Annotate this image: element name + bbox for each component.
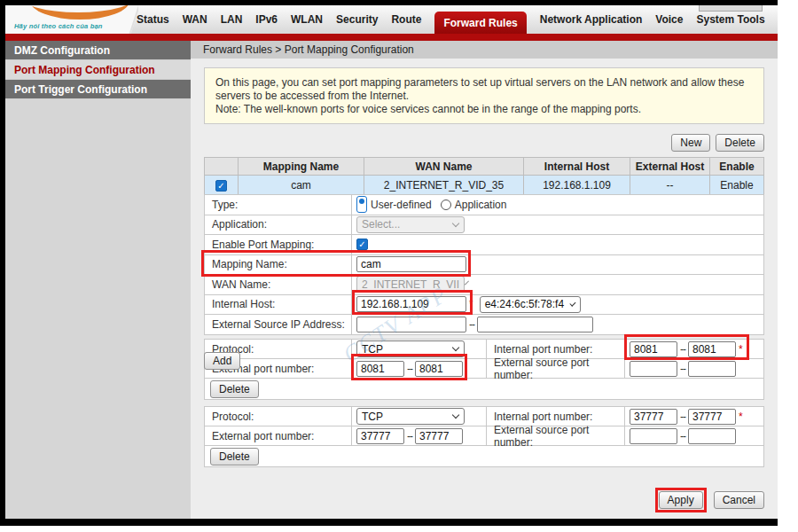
type-label: Type: <box>205 195 352 215</box>
range-dash: -- <box>680 363 685 375</box>
internal-port-to-input[interactable] <box>688 341 736 357</box>
range-dash: -- <box>407 430 412 442</box>
nav-network-application[interactable]: Network Application <box>540 13 643 26</box>
chevron-down-icon <box>452 411 459 419</box>
range-dash: -- <box>680 430 685 442</box>
external-port-to-input[interactable] <box>415 428 463 444</box>
internal-host-input[interactable] <box>356 296 466 312</box>
protocol-select[interactable]: TCP <box>356 408 465 425</box>
form-actions: Apply Cancel <box>204 488 764 512</box>
external-source-port-from-input[interactable] <box>630 361 677 377</box>
scrollbar-fragment <box>699 5 763 12</box>
row-enable: Enable <box>710 176 763 195</box>
top-header: Hãy nói theo cách của bạn Status WAN LAN… <box>5 5 778 34</box>
brand-logo: Hãy nói theo cách của bạn <box>5 5 138 34</box>
mac-address-select[interactable]: e4:24:6c:5f:78:f4 <box>480 296 581 313</box>
sidebar: DMZ Configuration Port Mapping Configura… <box>5 41 191 519</box>
page-description: On this page, you can set port mapping p… <box>204 67 764 124</box>
row-internal-host: 192.168.1.109 <box>524 176 630 195</box>
delete-row: Delete <box>205 379 763 400</box>
application-select: Select... <box>356 216 465 233</box>
chevron-down-icon <box>569 300 575 306</box>
radio-application[interactable] <box>441 200 451 210</box>
nav-ipv6[interactable]: IPv6 <box>255 13 278 26</box>
external-source-ip-start-input[interactable] <box>356 317 466 332</box>
breadcrumb: Forward Rules > Port Mapping Configurati… <box>191 41 778 59</box>
main-nav: Status WAN LAN IPv6 WLAN Security Route … <box>137 5 765 34</box>
form-row-type: Type: User-defined Application <box>205 195 763 215</box>
apply-button[interactable]: Apply <box>659 491 703 509</box>
router-admin-screenshot: Hãy nói theo cách của bạn Status WAN LAN… <box>0 0 798 532</box>
external-port-label: External port number: <box>205 426 352 445</box>
required-asterisk: * <box>739 411 743 423</box>
external-port-from-input[interactable] <box>356 361 404 377</box>
table-header-row: Mapping Name WAN Name Internal Host Exte… <box>205 158 763 176</box>
internal-port-from-input[interactable] <box>630 409 677 425</box>
external-source-ip-label: External Source IP Address: <box>205 315 352 334</box>
nav-forward-rules[interactable]: Forward Rules <box>434 12 526 35</box>
row-checkbox[interactable]: ✓ <box>215 180 227 192</box>
radio-user-defined[interactable] <box>356 196 367 213</box>
description-text: On this page, you can set port mapping p… <box>215 76 753 103</box>
nav-wlan[interactable]: WLAN <box>291 13 323 26</box>
nav-lan[interactable]: LAN <box>221 13 243 26</box>
delete-port-rule-button[interactable]: Delete <box>210 380 259 398</box>
external-port-row: External port number: -- External source… <box>205 359 763 379</box>
header-external-host: External Host <box>630 158 710 176</box>
nav-wan[interactable]: WAN <box>183 13 207 26</box>
table-row[interactable]: ✓ cam 2_INTERNET_R_VID_35 192.168.1.109 … <box>205 176 763 195</box>
wan-name-select: 2_INTERNET_R_VII <box>356 276 465 293</box>
header-internal-host: Internal Host <box>524 158 630 176</box>
protocol-select[interactable]: TCP <box>356 340 465 357</box>
radio-user-defined-label: User-defined <box>371 199 432 211</box>
new-button[interactable]: New <box>671 134 710 152</box>
description-note: Note: The well-known ports for voice ser… <box>215 103 753 116</box>
header-enable: Enable <box>710 158 763 176</box>
mapping-name-input[interactable] <box>356 256 466 272</box>
delete-button[interactable]: Delete <box>716 134 764 152</box>
required-asterisk: * <box>739 343 743 356</box>
external-source-port-label: External source port number: <box>487 426 625 445</box>
external-port-to-input[interactable] <box>415 361 463 377</box>
sidebar-item-port-trigger[interactable]: Port Trigger Configuration <box>5 80 191 99</box>
external-port-from-input[interactable] <box>356 428 404 444</box>
form-row-application: Application: Select... <box>205 215 763 236</box>
page-content: Hãy nói theo cách của bạn Status WAN LAN… <box>5 5 778 519</box>
nav-system-tools[interactable]: System Tools <box>696 13 764 26</box>
main-pane: Forward Rules > Port Mapping Configurati… <box>191 41 778 519</box>
add-port-rule-button[interactable]: Add <box>204 352 240 370</box>
mapping-name-label: Mapping Name: <box>205 255 352 275</box>
external-port-row: External port number: -- External source… <box>205 426 763 446</box>
application-label: Application: <box>205 215 352 235</box>
sidebar-item-port-mapping[interactable]: Port Mapping Configuration <box>5 60 191 80</box>
internal-port-from-input[interactable] <box>630 341 677 357</box>
external-source-ip-end-input[interactable] <box>477 317 593 332</box>
nav-status[interactable]: Status <box>137 13 169 26</box>
nav-route[interactable]: Route <box>391 13 421 26</box>
chevron-down-icon <box>452 344 459 351</box>
external-source-port-to-input[interactable] <box>688 361 736 377</box>
row-mapping-name: cam <box>239 176 364 195</box>
nav-voice[interactable]: Voice <box>655 13 683 26</box>
internal-port-to-input[interactable] <box>688 409 736 425</box>
delete-port-rule-button[interactable]: Delete <box>210 448 259 466</box>
external-source-port-from-input[interactable] <box>630 428 677 444</box>
enable-port-mapping-checkbox[interactable]: ✓ <box>356 239 368 250</box>
radio-application-label: Application <box>455 199 507 211</box>
cancel-button[interactable]: Cancel <box>714 491 764 509</box>
nav-security[interactable]: Security <box>336 13 378 26</box>
row-checkbox-cell: ✓ <box>205 176 239 195</box>
chevron-down-icon <box>465 281 469 286</box>
required-asterisk: * <box>469 298 473 310</box>
protocol-label: Protocol: <box>205 407 352 426</box>
header-divider-band <box>5 34 778 41</box>
delete-row: Delete <box>205 446 763 467</box>
sidebar-item-dmz[interactable]: DMZ Configuration <box>5 41 191 60</box>
mapping-form: Type: User-defined Application Applicati… <box>204 194 764 335</box>
form-row-enable: Enable Port Mapping: ✓ <box>205 235 763 255</box>
range-dash: -- <box>680 411 685 423</box>
form-row-external-source-ip: External Source IP Address: -- <box>205 315 763 335</box>
external-source-port-to-input[interactable] <box>688 428 736 444</box>
wan-name-label: WAN Name: <box>205 275 352 294</box>
range-dash: -- <box>680 343 685 356</box>
